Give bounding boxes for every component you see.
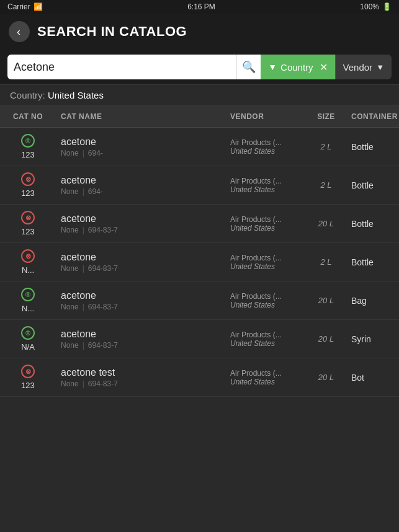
product-sub: None | 694- [61,149,220,157]
cell-size: 20 L [306,330,346,347]
product-sep: | [83,303,84,311]
restricted-icon: ⊗ [21,211,35,224]
cell-catno: ® 123 [0,130,56,163]
product-sub: None | 694-83-7 [61,341,220,350]
product-cas: 694- [88,187,103,196]
registered-icon: ® [21,326,35,340]
cell-catname: acetone None | 694-83-7 [56,210,225,238]
cell-catno: ⊗ 123 [0,169,56,202]
col-header-container: CONTAINER [346,110,399,123]
catno-text: 123 [21,188,35,198]
product-none: None [61,149,79,157]
col-header-size: SIZE [306,110,346,123]
vendor-name: Air Products (... [230,292,301,301]
status-right: 100% 🔋 [360,2,392,11]
carrier-label: Carrier [7,2,30,11]
product-cas: 694-83-7 [88,303,118,311]
country-filter-label: Country: [10,90,45,100]
table-row[interactable]: ® N/A acetone None | 694-83-7 Air Produc… [0,320,399,358]
cell-vendor: Air Products (... United States [225,365,306,390]
vendor-country: United States [230,301,301,309]
page-title: SEARCH IN CATALOG [37,24,187,40]
cell-size: 20 L [306,292,346,309]
cell-container: Bot [346,369,399,386]
product-sep: | [83,341,84,350]
product-name: acetone [61,290,220,301]
vendor-filter-button[interactable]: Vendor ▼ [335,55,392,79]
search-input[interactable] [14,61,230,74]
vendor-country: United States [230,262,301,271]
search-bar: 🔍 ▼ Country ✕ Vendor ▼ [0,50,399,85]
search-icon: 🔍 [242,60,256,74]
cell-container: Syrin [346,330,399,348]
catno-text: 123 [21,381,35,390]
product-name: acetone [61,213,220,224]
country-filter-display: Country: United States [0,85,399,106]
cell-vendor: Air Products (... United States [225,288,306,313]
table-row[interactable]: ® N... acetone None | 694-83-7 Air Produ… [0,282,399,320]
col-header-vendor: VENDOR [225,110,306,123]
catno-text: N... [22,265,34,275]
cell-catname: acetone test None | 694-83-7 [56,363,225,392]
country-filter-button[interactable]: ▼ Country ✕ [261,55,334,79]
product-none: None [61,303,79,311]
registered-icon: ® [21,288,35,301]
cell-catno: ® N/A [0,322,56,355]
vendor-name: Air Products (... [230,254,301,262]
vendor-country: United States [230,185,301,194]
cell-catno: ® N... [0,284,56,317]
battery-icon: 🔋 [382,2,392,11]
vendor-label: Vendor [343,62,373,73]
filter-close-icon[interactable]: ✕ [320,61,328,73]
wifi-icon: 📶 [34,2,43,11]
restricted-icon: ⊗ [21,365,35,378]
product-sub: None | 694-83-7 [61,264,220,273]
cell-size: 20 L [306,369,346,386]
back-button[interactable]: ‹ [9,21,30,42]
product-none: None [61,226,79,234]
product-none: None [61,187,79,196]
vendor-name: Air Products (... [230,369,301,378]
cell-catno: ⊗ 123 [0,207,56,240]
status-bar: Carrier 📶 6:16 PM 100% 🔋 [0,0,399,14]
cell-container: Bottle [346,177,399,194]
product-sub: None | 694-83-7 [61,379,220,388]
cell-catname: acetone None | 694- [56,133,225,161]
product-name: acetone [61,175,220,186]
col-header-catname: CAT NAME [56,110,225,123]
filter-icon: ▼ [268,62,277,72]
cell-catname: acetone None | 694-83-7 [56,286,225,315]
table-row[interactable]: ⊗ 123 acetone None | 694- Air Products (… [0,166,399,205]
empty-area [0,397,399,521]
product-sep: | [83,149,84,157]
table-body: ® 123 acetone None | 694- Air Products (… [0,128,399,397]
restricted-icon: ⊗ [21,249,35,263]
table-row[interactable]: ⊗ 123 acetone None | 694-83-7 Air Produc… [0,205,399,243]
product-none: None [61,379,79,388]
search-icon-wrap[interactable]: 🔍 [236,55,261,79]
registered-icon: ® [21,134,35,148]
country-filter-value: United States [48,90,104,100]
table-row[interactable]: ⊗ N... acetone None | 694-83-7 Air Produ… [0,243,399,282]
product-name: acetone test [61,367,220,378]
back-chevron-icon: ‹ [17,26,20,37]
catno-text: 123 [21,150,35,159]
table-row[interactable]: ® 123 acetone None | 694- Air Products (… [0,128,399,166]
cell-size: 2 L [306,177,346,193]
cell-catno: ⊗ 123 [0,361,56,394]
product-cas: 694-83-7 [88,341,118,350]
product-sub: None | 694- [61,187,220,196]
cell-catname: acetone None | 694-83-7 [56,325,225,353]
battery-label: 100% [360,2,379,11]
vendor-country: United States [230,147,301,156]
cell-vendor: Air Products (... United States [225,250,306,275]
vendor-name: Air Products (... [230,177,301,185]
cell-size: 20 L [306,215,346,232]
vendor-country: United States [230,224,301,233]
table-row[interactable]: ⊗ 123 acetone test None | 694-83-7 Air P… [0,358,399,397]
product-cas: 694- [88,149,103,157]
product-sub: None | 694-83-7 [61,303,220,311]
product-name: acetone [61,252,220,263]
product-none: None [61,264,79,273]
catno-text: N... [22,304,34,313]
